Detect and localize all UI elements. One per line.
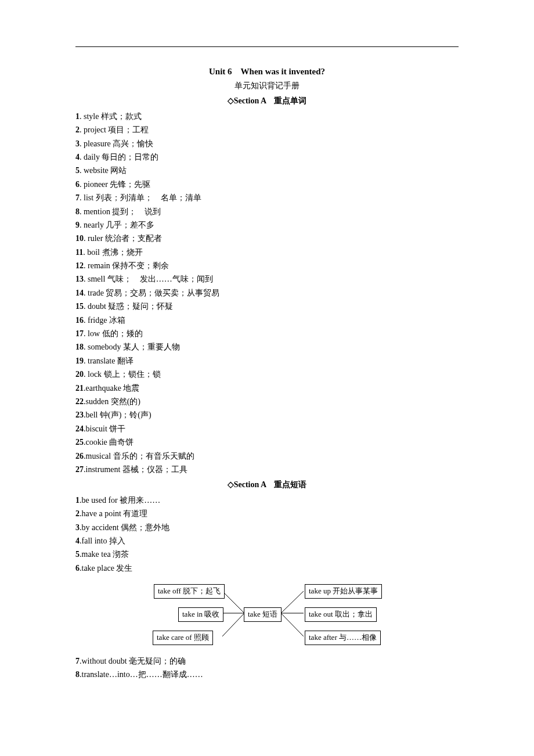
list-item: 7.without doubt 毫无疑问；的确 [75, 655, 459, 668]
item-number: 12 [75, 261, 84, 270]
item-text: .instrument 器械；仪器；工具 [84, 465, 187, 474]
item-number: 10 [75, 234, 84, 243]
item-text: . smell 气味； 发出……气味；闻到 [84, 275, 213, 283]
item-number: 4 [75, 537, 80, 545]
list-item: 6. pioneer 先锋；先驱 [75, 178, 459, 191]
item-text: . low 低的；矮的 [84, 329, 143, 338]
item-number: 8 [75, 207, 80, 216]
item-number: 23 [75, 411, 84, 419]
list-item: 7. list 列表；列清单； 名单；清单 [75, 192, 459, 204]
item-text: . lock 锁上；锁住；锁 [84, 370, 161, 379]
list-item: 2.have a point 有道理 [75, 507, 459, 520]
section-a-words-header: ◇Section A 重点单词 [75, 95, 459, 107]
section-a-words-list: 1. style 样式；款式2. project 项目；工程3. pleasur… [75, 110, 459, 477]
item-number: 16 [75, 316, 84, 325]
list-item: 25.cookie 曲奇饼 [75, 436, 459, 449]
page-subtitle: 单元知识背记手册 [75, 80, 459, 92]
item-text: . ruler 统治者；支配者 [84, 234, 162, 243]
item-number: 5 [75, 550, 80, 559]
list-item: 16. fridge 冰箱 [75, 314, 459, 327]
list-item: 3. pleasure 高兴；愉快 [75, 138, 459, 150]
item-text: .fall into 掉入 [80, 537, 125, 545]
item-text: . fridge 冰箱 [84, 316, 125, 325]
svg-line-3 [282, 591, 304, 613]
item-text: . project 项目；工程 [80, 125, 149, 134]
list-item: 8. mention 提到； 说到 [75, 206, 459, 218]
item-text: . mention 提到； 说到 [80, 207, 161, 216]
item-text: . somebody 某人；重要人物 [84, 343, 180, 351]
item-number: 9 [75, 221, 80, 229]
list-item: 9. nearly 几乎；差不多 [75, 219, 459, 232]
list-item: 17. low 低的；矮的 [75, 327, 459, 340]
item-text: .earthquake 地震 [84, 384, 139, 393]
diagram-box-take-care-of: take care of 照顾 [153, 631, 213, 645]
svg-line-5 [282, 614, 304, 636]
item-number: 13 [75, 275, 84, 283]
item-number: 25 [75, 438, 84, 447]
item-text: . trade 贸易；交易；做买卖；从事贸易 [84, 289, 219, 297]
diagram-box-take-up: take up 开始从事某事 [305, 584, 382, 599]
list-item: 5. website 网站 [75, 164, 459, 177]
svg-line-0 [222, 591, 244, 613]
list-item: 19. translate 翻译 [75, 355, 459, 368]
item-number: 6 [75, 180, 80, 189]
item-text: . remain 保持不变；剩余 [84, 261, 169, 270]
list-item: 13. smell 气味； 发出……气味；闻到 [75, 273, 459, 286]
item-number: 11 [75, 248, 83, 257]
item-number: 3 [75, 139, 80, 148]
item-number: 18 [75, 343, 84, 351]
item-number: 17 [75, 329, 84, 338]
section-a-phrases-top: 1.be used for 被用来……2.have a point 有道理3.b… [75, 494, 459, 575]
list-item: 1. style 样式；款式 [75, 110, 459, 123]
item-text: . website 网站 [80, 166, 127, 175]
item-number: 8 [75, 670, 80, 679]
item-text: .cookie 曲奇饼 [84, 438, 134, 447]
item-number: 26 [75, 452, 84, 460]
item-text: . pleasure 高兴；愉快 [80, 139, 153, 148]
item-number: 5 [75, 166, 80, 175]
list-item: 6.take place 发生 [75, 562, 459, 575]
item-number: 14 [75, 289, 84, 297]
item-text: .be used for 被用来…… [80, 496, 160, 505]
list-item: 5.make tea 沏茶 [75, 548, 459, 561]
item-text: . translate 翻译 [84, 357, 134, 365]
section-a-phrases-bottom: 7.without doubt 毫无疑问；的确8.translate…into…… [75, 655, 459, 682]
diagram-box-take-in: take in 吸收 [178, 607, 223, 622]
item-text: . doubt 疑惑；疑问；怀疑 [84, 302, 173, 311]
item-number: 1 [75, 496, 80, 505]
list-item: 22.sudden 突然(的) [75, 395, 459, 408]
item-text: .have a point 有道理 [80, 509, 147, 518]
list-item: 12. remain 保持不变；剩余 [75, 260, 459, 272]
item-number: 21 [75, 384, 84, 393]
item-text: . pioneer 先锋；先驱 [80, 180, 150, 189]
item-number: 1 [75, 112, 80, 121]
take-phrases-diagram: take 短语 take off 脱下；起飞 take in 吸收 take c… [75, 579, 459, 649]
item-text: .musical 音乐的；有音乐天赋的 [84, 452, 194, 460]
list-item: 4. daily 每日的；日常的 [75, 151, 459, 164]
item-number: 3 [75, 523, 80, 532]
item-number: 22 [75, 397, 84, 406]
list-item: 26.musical 音乐的；有音乐天赋的 [75, 450, 459, 463]
list-item: 8.translate…into…把……翻译成…… [75, 668, 459, 681]
svg-line-2 [222, 614, 244, 636]
item-number: 20 [75, 370, 84, 379]
diagram-box-take-out: take out 取出；拿出 [305, 607, 377, 622]
diagram-box-take-off: take off 脱下；起飞 [154, 584, 225, 599]
item-number: 7 [75, 657, 80, 665]
item-text: .bell 钟(声)；铃(声) [84, 411, 151, 419]
item-number: 7 [75, 193, 80, 202]
item-text: .by accident 偶然；意外地 [80, 523, 169, 532]
item-number: 2 [75, 125, 80, 134]
list-item: 10. ruler 统治者；支配者 [75, 232, 459, 245]
item-text: .translate…into…把……翻译成…… [80, 670, 203, 679]
list-item: 24.biscuit 饼干 [75, 423, 459, 435]
item-text: .without doubt 毫无疑问；的确 [80, 657, 186, 665]
item-number: 15 [75, 302, 84, 311]
item-text: .make tea 沏茶 [80, 550, 129, 559]
item-text: . nearly 几乎；差不多 [80, 221, 154, 229]
item-text: .take place 发生 [80, 564, 132, 573]
list-item: 2. project 项目；工程 [75, 124, 459, 136]
list-item: 15. doubt 疑惑；疑问；怀疑 [75, 300, 459, 313]
item-number: 2 [75, 509, 80, 518]
item-number: 27 [75, 465, 84, 474]
